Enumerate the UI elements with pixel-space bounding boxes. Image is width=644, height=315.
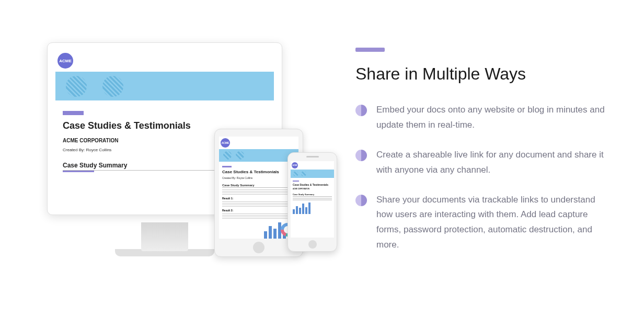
accent-bar (63, 111, 84, 115)
bullet-icon (355, 150, 367, 161)
doc-banner (291, 170, 334, 178)
phone-screen: ACME Case Studies & Testimonials ACME CO… (291, 161, 334, 238)
accent-bar (293, 181, 299, 182)
section-heading: Share in Multiple Ways (355, 64, 613, 84)
doc-title: Case Studies & Testimonials (293, 183, 334, 186)
monitor-foot (115, 249, 214, 256)
divider (222, 187, 295, 188)
doc-banner (219, 149, 298, 162)
feature-bullet-3: Share your documents via trackable links… (355, 193, 613, 253)
bullet-text: Create a shareable live link for any doc… (376, 148, 613, 178)
bullet-text: Share your documents via trackable links… (376, 193, 613, 253)
body-placeholder (222, 213, 295, 219)
feature-bullet-2: Create a shareable live link for any doc… (355, 148, 613, 178)
body-placeholder (222, 201, 295, 207)
acme-logo: ACME (221, 138, 230, 148)
bar-chart-icon (293, 203, 314, 214)
bullet-icon (355, 195, 367, 206)
acme-logo: ACME (58, 53, 73, 69)
body-placeholder (222, 189, 295, 195)
accent-bar (222, 166, 232, 167)
doc-company: ACME CORPORATION (293, 188, 334, 190)
tablet-screen: ACME Case Studies & Testimonials Created… (219, 137, 298, 239)
phone-mockup: ACME Case Studies & Testimonials ACME CO… (288, 152, 337, 252)
feature-content: Share in Multiple Ways Embed your docs o… (324, 48, 613, 267)
divider-accent (63, 171, 94, 172)
divider (293, 196, 332, 197)
body-placeholder (293, 198, 332, 201)
device-mockups: ACME Case Studies & Testimonials ACME CO… (31, 37, 324, 278)
bullet-text: Embed your docs onto any website or blog… (376, 103, 613, 133)
acme-logo: ACME (292, 162, 298, 168)
bullet-icon (355, 105, 367, 116)
feature-bullet-1: Embed your docs onto any website or blog… (355, 103, 613, 133)
doc-banner (55, 72, 274, 100)
section-accent-bar (355, 48, 385, 52)
doc-section-heading: Case Study Summary (293, 193, 334, 196)
